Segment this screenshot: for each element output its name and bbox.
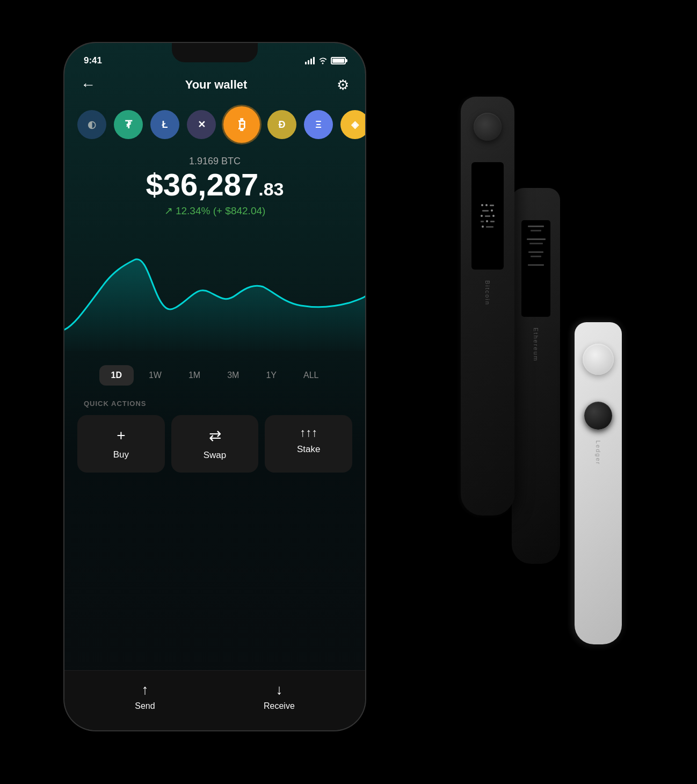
coin-bitcoin[interactable]: ₿ (223, 106, 260, 143)
send-icon: ↑ (141, 681, 148, 698)
coin-doge[interactable]: Ð (267, 110, 296, 139)
hw-device-label-3: Ledger (595, 440, 601, 465)
ledger-nano-x-main: Bitcoin (461, 97, 514, 516)
battery-icon (331, 57, 346, 64)
page-title: Your wallet (185, 78, 248, 92)
swap-icon: ⇄ (209, 427, 221, 445)
hw-nav-button (474, 113, 502, 141)
hw-device-label-1: Bitcoin (484, 280, 491, 306)
status-icons (305, 57, 346, 64)
hw-screen-row-5 (482, 226, 493, 228)
phone-notch (172, 43, 258, 62)
coin-xrp[interactable]: ✕ (187, 110, 216, 139)
hw-screen-row-2 (482, 209, 493, 212)
price-change: ↗ 12.34% (+ $842.04) (81, 205, 349, 217)
time-tabs: 1D 1W 1M 3M 1Y ALL (64, 357, 365, 394)
hw-screen-row-1 (481, 204, 494, 206)
coin-partial[interactable]: ◐ (77, 110, 106, 139)
signal-icon (305, 57, 315, 64)
settings-icon[interactable]: ⚙ (337, 77, 349, 93)
price-section: 1.9169 BTC $36,287.83 ↗ 12.34% (+ $842.0… (64, 150, 365, 228)
buy-button[interactable]: + Buy (77, 415, 165, 473)
buy-label: Buy (113, 449, 129, 460)
stake-label: Stake (297, 444, 320, 455)
usd-main: $36,287 (146, 167, 259, 202)
back-button[interactable]: ← (81, 76, 96, 93)
receive-label: Receive (264, 701, 295, 711)
price-chart (64, 233, 365, 351)
hw-camera-circle (584, 402, 612, 430)
receive-action[interactable]: ↓ Receive (264, 681, 295, 711)
chart-svg (64, 233, 365, 351)
coin-row: ◐ ₮ Ł ✕ ₿ Ð Ξ ◈ A (64, 99, 365, 150)
hw-side-screen (521, 220, 550, 317)
buy-icon: + (117, 427, 125, 444)
hw-device-label-2: Ethereum (533, 328, 539, 362)
wifi-icon (318, 57, 328, 64)
send-action[interactable]: ↑ Send (135, 681, 155, 711)
receive-icon: ↓ (275, 681, 282, 698)
hw-screen (471, 162, 504, 270)
coin-litecoin[interactable]: Ł (150, 110, 179, 139)
bottom-bar: ↑ Send ↓ Receive (64, 670, 365, 730)
tab-1y[interactable]: 1Y (254, 365, 288, 386)
status-time: 9:41 (84, 55, 102, 66)
tab-1d[interactable]: 1D (99, 365, 134, 386)
btc-amount: 1.9169 BTC (81, 156, 349, 167)
stake-icon: ↑↑↑ (300, 427, 317, 439)
coin-eth[interactable]: Ξ (304, 110, 333, 139)
usd-price: $36,287.83 (81, 169, 349, 200)
swap-button[interactable]: ⇄ Swap (171, 415, 259, 473)
coin-tether[interactable]: ₮ (114, 110, 143, 139)
quick-actions-grid: + Buy ⇄ Swap ↑↑↑ Stake (64, 415, 365, 483)
send-label: Send (135, 701, 155, 711)
tab-3m[interactable]: 3M (215, 365, 251, 386)
coin-bnb[interactable]: ◈ (340, 110, 365, 139)
phone-screen: 9:41 ← (64, 43, 365, 730)
quick-actions-label: QUICK ACTIONS (64, 394, 365, 415)
tab-1m[interactable]: 1M (177, 365, 212, 386)
hw-screen-row-4 (481, 220, 495, 222)
tab-all[interactable]: ALL (292, 365, 330, 386)
ledger-nano-s-white: Ledger (575, 322, 622, 644)
hw-screen-row-3 (481, 215, 495, 217)
ledger-nano-x-side: Ethereum (512, 188, 560, 564)
swap-label: Swap (204, 450, 227, 461)
stake-button[interactable]: ↑↑↑ Stake (265, 415, 352, 473)
usd-cents: .83 (258, 179, 284, 199)
scene: 9:41 ← (0, 0, 697, 784)
tab-1w[interactable]: 1W (137, 365, 173, 386)
hw-white-button (583, 344, 614, 375)
phone-device: 9:41 ← (64, 43, 365, 730)
nav-bar: ← Your wallet ⚙ (64, 71, 365, 99)
